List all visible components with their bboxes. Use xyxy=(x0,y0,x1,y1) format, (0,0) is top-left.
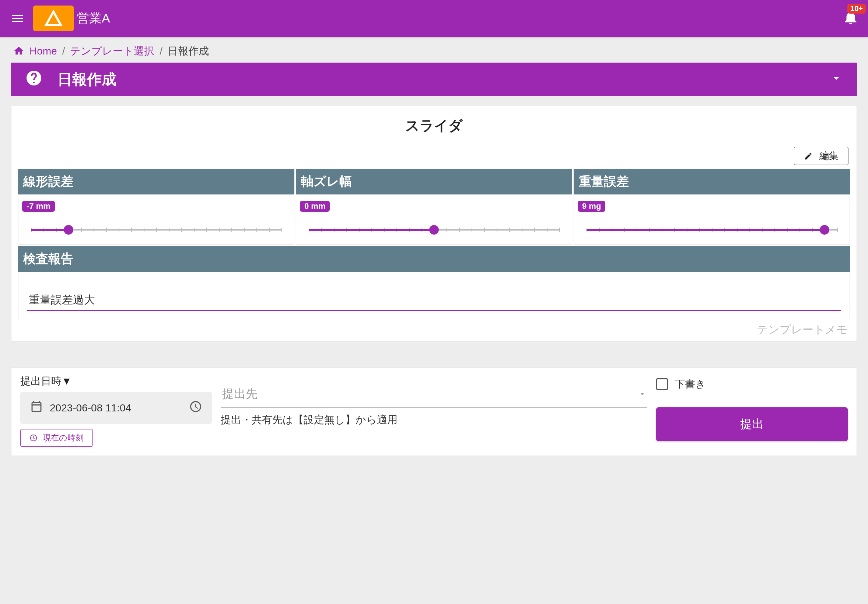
now-button-label: 現在の時刻 xyxy=(43,432,84,443)
breadcrumb-current: 日報作成 xyxy=(167,44,209,58)
submit-button[interactable]: 提出 xyxy=(656,407,848,441)
notifications-button[interactable]: 10+ xyxy=(842,9,859,28)
hamburger-menu-icon[interactable] xyxy=(9,9,26,27)
report-header: 検査報告 xyxy=(18,246,850,272)
slider-1[interactable] xyxy=(309,226,559,233)
notification-badge: 10+ xyxy=(847,4,866,14)
now-button[interactable]: 現在の時刻 xyxy=(20,429,93,447)
checkbox-icon xyxy=(656,378,668,390)
slider-value-badge-1: 0 mm xyxy=(300,201,330,212)
slider-cell-0: -7 mm xyxy=(18,196,294,245)
report-input[interactable] xyxy=(27,290,841,311)
destination-placeholder: 提出先 xyxy=(222,386,639,402)
breadcrumb: Home / テンプレート選択 / 日報作成 xyxy=(0,37,868,63)
template-memo-link[interactable]: テンプレートメモ xyxy=(18,320,850,338)
page-title-bar: 日報作成 xyxy=(11,63,857,96)
slider-header-0: 線形誤差 xyxy=(18,169,294,194)
clock-icon xyxy=(29,434,37,442)
pencil-icon xyxy=(804,152,813,161)
slider-2[interactable] xyxy=(586,226,837,233)
breadcrumb-home[interactable]: Home xyxy=(29,45,57,57)
slider-thumb-0[interactable] xyxy=(64,225,73,235)
breadcrumb-template-select[interactable]: テンプレート選択 xyxy=(70,44,154,58)
submit-panel: 提出日時▼ 2023-06-08 11:04 現在の時刻 提出先 提出・共有先は… xyxy=(11,367,857,456)
slider-0[interactable] xyxy=(31,226,282,233)
clock-icon xyxy=(189,400,202,416)
submit-datetime-label[interactable]: 提出日時▼ xyxy=(20,374,212,388)
destination-note: 提出・共有先は【設定無し】から適用 xyxy=(221,413,647,427)
edit-button[interactable]: 編集 xyxy=(794,147,848,165)
section-title: スライダ xyxy=(18,113,850,145)
slider-thumb-2[interactable] xyxy=(820,225,829,235)
destination-select[interactable]: 提出先 xyxy=(221,381,647,408)
app-logo xyxy=(33,6,74,31)
edit-button-label: 編集 xyxy=(819,150,839,163)
form-card: スライダ 編集 線形誤差軸ズレ幅重量誤差 -7 mm 0 mm xyxy=(11,106,857,341)
help-icon[interactable] xyxy=(25,69,57,90)
calendar-icon xyxy=(30,400,43,416)
chevron-down-icon[interactable] xyxy=(830,71,843,87)
appbar: 営業A 10+ xyxy=(0,0,868,37)
breadcrumb-separator: / xyxy=(160,45,163,57)
breadcrumb-separator: / xyxy=(62,45,65,57)
home-icon[interactable] xyxy=(13,45,24,57)
datetime-value: 2023-06-08 11:04 xyxy=(50,402,182,414)
slider-value-badge-2: 9 mg xyxy=(578,201,605,212)
appbar-title: 営業A xyxy=(77,10,110,27)
slider-value-badge-0: -7 mm xyxy=(22,201,55,212)
dropdown-triangle-icon xyxy=(639,388,646,400)
page-title: 日報作成 xyxy=(57,69,830,90)
slider-thumb-1[interactable] xyxy=(429,225,439,235)
draft-checkbox[interactable]: 下書き xyxy=(656,377,848,391)
slider-cell-2: 9 mg xyxy=(574,196,850,245)
datetime-picker[interactable]: 2023-06-08 11:04 xyxy=(20,392,212,424)
draft-label: 下書き xyxy=(674,377,706,391)
slider-header-2: 重量誤差 xyxy=(574,169,850,194)
slider-cell-1: 0 mm xyxy=(296,196,572,245)
slider-header-1: 軸ズレ幅 xyxy=(296,169,572,194)
